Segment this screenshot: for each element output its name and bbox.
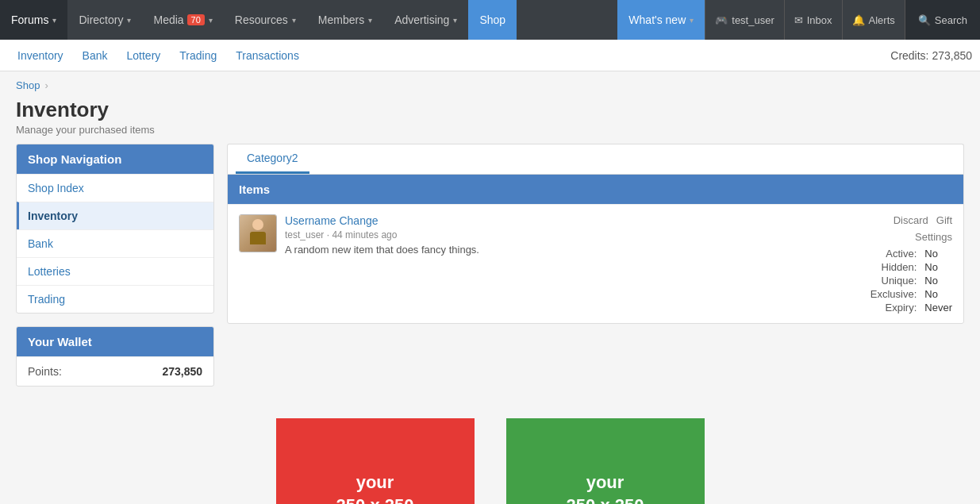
content-area: Category2 Items Username Change	[227, 144, 964, 387]
item-description: A random new item that does fancy things…	[285, 244, 809, 256]
whatsnew-caret-icon: ▾	[690, 16, 694, 25]
nav-alerts[interactable]: Alerts	[842, 0, 905, 40]
sidebar-item-lotteries[interactable]: Lotteries	[17, 257, 213, 285]
subnav-lottery[interactable]: Lottery	[117, 40, 171, 71]
nav-forums[interactable]: Forums ▾	[0, 0, 67, 40]
wallet-points-row: Points: 273,850	[17, 356, 213, 386]
shop-navigation-panel: Shop Navigation Shop Index Inventory Ban…	[16, 144, 214, 314]
gift-link[interactable]: Gift	[936, 214, 952, 226]
wallet-panel: Your Wallet Points: 273,850	[16, 326, 214, 387]
nav-advertising[interactable]: Advertising ▾	[383, 0, 468, 40]
media-badge: 70	[187, 14, 205, 25]
members-caret-icon: ▾	[368, 16, 372, 25]
item-info: Username Change test_user · 44 minutes a…	[277, 214, 809, 256]
items-panel: Items Username Change test_user ·	[227, 174, 964, 324]
subnav-transactions[interactable]: Transactions	[226, 40, 309, 71]
subnav-trading[interactable]: Trading	[170, 40, 226, 71]
nav-resources[interactable]: Resources ▾	[224, 0, 307, 40]
items-header: Items	[228, 175, 963, 204]
envelope-icon	[794, 13, 803, 26]
item-meta: test_user · 44 minutes ago	[285, 229, 809, 240]
sidebar-item-shop-index[interactable]: Shop Index	[17, 174, 213, 202]
active-label: Active:	[870, 248, 917, 260]
top-navigation: Forums ▾ Directory ▾ Media 70 ▾ Resource…	[0, 0, 980, 40]
sidebar: Shop Navigation Shop Index Inventory Ban…	[16, 144, 214, 387]
search-button[interactable]: Search	[905, 0, 980, 40]
advertising-caret-icon: ▾	[453, 16, 457, 25]
bell-icon	[852, 13, 865, 26]
item-time: 44 minutes ago	[332, 229, 397, 240]
subnav-inventory[interactable]: Inventory	[8, 40, 73, 71]
nav-inbox[interactable]: Inbox	[784, 0, 842, 40]
gamepad-icon	[715, 13, 728, 26]
credits-display: Credits: 273,850	[890, 49, 972, 62]
exclusive-label: Exclusive:	[870, 288, 917, 300]
table-row: Username Change test_user · 44 minutes a…	[228, 204, 963, 323]
resources-caret-icon: ▾	[292, 16, 296, 25]
sidebar-item-trading[interactable]: Trading	[17, 285, 213, 313]
ads-row: your250 x 250ad here your250 x 250ad her…	[0, 402, 980, 504]
breadcrumb-shop-link[interactable]: Shop	[16, 79, 40, 91]
media-caret-icon: ▾	[209, 16, 213, 25]
sidebar-item-inventory[interactable]: Inventory	[17, 202, 213, 229]
ad-text-red: your250 x 250ad here	[336, 471, 414, 504]
subnav-bank[interactable]: Bank	[73, 40, 117, 71]
expiry-label: Expiry:	[870, 302, 917, 314]
nav-left: Forums ▾ Directory ▾ Media 70 ▾ Resource…	[0, 0, 617, 40]
breadcrumb: Shop ›	[0, 71, 980, 94]
page-title: Inventory	[16, 98, 964, 122]
search-icon	[918, 14, 931, 26]
unique-label: Unique:	[870, 275, 917, 287]
active-value: No	[924, 248, 952, 260]
item-name-link[interactable]: Username Change	[285, 214, 379, 227]
sub-navigation: Inventory Bank Lottery Trading Transacti…	[0, 40, 980, 71]
main-layout: Shop Navigation Shop Index Inventory Ban…	[0, 144, 980, 402]
hidden-label: Hidden:	[870, 261, 917, 273]
nav-members[interactable]: Members ▾	[307, 0, 383, 40]
expiry-value: Never	[924, 302, 952, 314]
item-stats: Active: No Hidden: No Unique: No Exclusi…	[870, 248, 952, 314]
forums-caret-icon: ▾	[52, 16, 56, 25]
exclusive-value: No	[924, 288, 952, 300]
item-user: test_user	[285, 229, 324, 240]
wallet-points-label: Points:	[28, 365, 62, 378]
shop-navigation-header: Shop Navigation	[17, 144, 213, 174]
item-thumbnail	[239, 214, 277, 252]
nav-right: What's new ▾ test_user Inbox Alerts Sear…	[617, 0, 980, 40]
item-action-row-settings: Settings	[915, 231, 952, 243]
ad-box-green: your250 x 250ad here	[506, 418, 705, 504]
ad-text-green: your250 x 250ad here	[567, 471, 644, 504]
tab-bar: Category2	[227, 144, 964, 174]
sidebar-item-bank[interactable]: Bank	[17, 229, 213, 257]
item-actions: Discard Gift Settings Active: No Hidden:…	[809, 214, 952, 314]
ad-box-red: your250 x 250ad here	[276, 418, 475, 504]
unique-value: No	[924, 275, 952, 287]
page-subtitle: Manage your purchased items	[16, 124, 964, 136]
nav-media[interactable]: Media 70 ▾	[142, 0, 223, 40]
settings-link[interactable]: Settings	[915, 231, 952, 243]
tab-category2[interactable]: Category2	[236, 144, 309, 174]
nav-directory[interactable]: Directory ▾	[67, 0, 142, 40]
breadcrumb-separator: ›	[44, 79, 48, 91]
hidden-value: No	[924, 261, 952, 273]
page-header: Inventory Manage your purchased items	[0, 94, 980, 144]
wallet-points-value: 273,850	[162, 365, 202, 378]
item-action-row-top: Discard Gift	[894, 214, 952, 226]
directory-caret-icon: ▾	[127, 16, 131, 25]
nav-whatsnew[interactable]: What's new ▾	[617, 0, 705, 40]
discard-link[interactable]: Discard	[894, 214, 928, 226]
wallet-header: Your Wallet	[17, 327, 213, 356]
nav-user[interactable]: test_user	[705, 0, 783, 40]
nav-shop[interactable]: Shop	[468, 0, 517, 40]
